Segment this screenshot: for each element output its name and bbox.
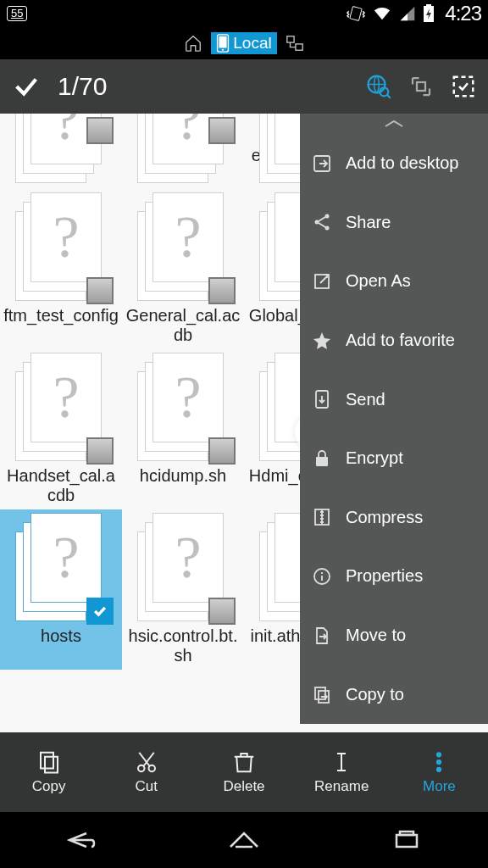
confirm-selection-icon[interactable] (12, 72, 41, 101)
ctx-properties-label: Properties (346, 566, 423, 586)
ctx-open-as-label: Open As (346, 271, 411, 291)
ctx-encrypt-label: Encrypt (346, 448, 403, 468)
svg-rect-10 (417, 82, 425, 91)
select-all-icon[interactable] (451, 74, 476, 99)
selection-bar: 1/70 (0, 59, 488, 114)
file-thumb: ? (15, 114, 107, 141)
rename-label: Rename (314, 778, 369, 795)
svg-rect-18 (316, 457, 328, 466)
delete-label: Delete (223, 778, 264, 795)
svg-rect-24 (45, 757, 58, 773)
ctx-open-as[interactable]: Open As (300, 252, 488, 311)
file-type-badge-icon (208, 277, 236, 304)
unknown-file-icon: ? (175, 114, 201, 149)
copy-label: Copy (32, 778, 66, 795)
file-thumb: ? (137, 192, 229, 301)
svg-rect-0 (350, 6, 362, 20)
unknown-file-icon: ? (53, 114, 79, 149)
svg-rect-23 (41, 753, 53, 769)
ctx-add-desktop[interactable]: Add to desktop (300, 134, 488, 193)
unknown-file-icon: ? (53, 208, 79, 267)
action-toolbar: Copy Cut Delete Rename More (0, 732, 488, 812)
file-name-label: hosts (37, 626, 85, 646)
local-tab-label: Local (233, 34, 271, 53)
vibrate-icon (347, 4, 365, 23)
status-bar: 55 4:23 (0, 0, 488, 27)
ctx-send[interactable]: Send (300, 370, 488, 429)
file-name-label: hsic.control.bt.sh (122, 626, 244, 665)
svg-rect-31 (400, 832, 413, 835)
file-name-label: hcidump.sh (136, 466, 230, 486)
back-nav-icon[interactable] (61, 826, 102, 854)
file-grid-area: ?cslc.conf?ethertypes?event-log-tags??ft… (0, 114, 488, 732)
file-cell[interactable]: ?ethertypes (122, 114, 244, 189)
file-thumb: ? (137, 353, 229, 461)
svg-rect-21 (315, 687, 325, 699)
home-tab-icon[interactable] (184, 34, 202, 53)
recent-nav-icon[interactable] (386, 826, 427, 854)
unknown-file-icon: ? (53, 368, 79, 427)
file-cell[interactable]: ?hcidump.sh (122, 349, 244, 509)
search-web-icon[interactable] (366, 74, 391, 99)
file-type-badge-icon (86, 117, 114, 144)
unknown-file-icon: ? (175, 528, 201, 587)
ctx-properties[interactable]: Properties (300, 547, 488, 606)
ctx-share-label: Share (346, 213, 391, 232)
file-thumb: ? (137, 114, 229, 141)
file-type-badge-icon (208, 437, 236, 465)
ctx-move-to[interactable]: Move to (300, 606, 488, 665)
unknown-file-icon: ? (53, 528, 79, 587)
file-type-badge-icon (86, 277, 114, 304)
file-thumb: ? (15, 513, 107, 621)
more-label: More (423, 778, 456, 795)
ctx-send-label: Send (346, 390, 385, 409)
file-cell[interactable]: ?Handset_cal.acdb (0, 349, 122, 509)
status-time: 4:23 (445, 2, 481, 25)
system-nav-bar (0, 812, 488, 868)
file-name-label: ftm_test_config (0, 306, 122, 326)
ctx-favorite[interactable]: Add to favorite (300, 311, 488, 370)
unknown-file-icon: ? (175, 368, 201, 427)
ctx-copy-to-label: Copy to (346, 685, 404, 704)
delete-button[interactable]: Delete (195, 732, 292, 812)
file-type-badge-icon (86, 437, 114, 465)
file-cell[interactable]: ?hosts (0, 509, 122, 670)
file-cell[interactable]: ?General_cal.acdb (122, 189, 244, 349)
context-menu-collapse-icon[interactable] (300, 114, 488, 134)
svg-rect-30 (396, 835, 417, 847)
file-thumb: ? (137, 513, 229, 621)
svg-point-29 (436, 767, 441, 772)
context-menu: Add to desktop Share Open As Add to favo… (300, 114, 488, 724)
local-tab[interactable]: Local (211, 32, 276, 54)
network-tab-icon[interactable] (286, 34, 304, 53)
file-type-badge-icon (208, 117, 236, 144)
ctx-copy-to[interactable]: Copy to (300, 665, 488, 724)
ctx-encrypt[interactable]: Encrypt (300, 429, 488, 488)
file-cell[interactable]: ?cslc.conf (0, 114, 122, 189)
rename-button[interactable]: Rename (293, 732, 391, 812)
svg-rect-2 (426, 4, 431, 7)
selection-count: 1/70 (58, 72, 107, 101)
home-nav-icon[interactable] (224, 826, 264, 854)
ctx-add-desktop-label: Add to desktop (346, 153, 458, 173)
battery-charging-icon (423, 4, 435, 23)
ctx-share[interactable]: Share (300, 193, 488, 253)
ctx-compress-label: Compress (346, 508, 423, 527)
file-cell[interactable]: ?hsic.control.bt.sh (122, 509, 244, 670)
file-name-label: Handset_cal.acdb (0, 466, 122, 505)
file-type-badge-icon (208, 598, 236, 625)
svg-rect-6 (287, 36, 294, 42)
unknown-file-icon: ? (175, 208, 201, 267)
wifi-icon (372, 4, 392, 23)
svg-point-5 (222, 49, 224, 51)
cut-button[interactable]: Cut (97, 732, 195, 812)
file-cell[interactable]: ?ftm_test_config (0, 189, 122, 349)
svg-rect-4 (219, 36, 227, 48)
svg-point-27 (436, 752, 441, 757)
selected-check-icon (86, 598, 114, 625)
more-button[interactable]: More (391, 732, 488, 812)
copy-button[interactable]: Copy (0, 732, 97, 812)
ctx-compress[interactable]: Compress (300, 488, 488, 548)
select-window-icon[interactable] (408, 74, 434, 99)
battery-level-badge: 55 (7, 6, 27, 21)
